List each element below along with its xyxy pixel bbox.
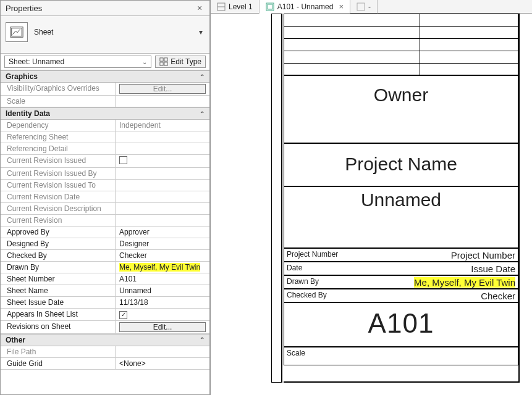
edit-type-button[interactable]: Edit Type	[155, 56, 206, 68]
row-referencing-detail[interactable]: Referencing Detail	[1, 143, 209, 155]
row-file-path[interactable]: File Path	[1, 346, 209, 358]
row-current-revision-description[interactable]: Current Revision Description	[1, 203, 209, 215]
cell-checked-by: Checked By Checker	[284, 289, 518, 302]
property-grid: Graphics⌃ Visibility/Graphics Overrides …	[1, 70, 209, 394]
row-current-revision-issued[interactable]: Current Revision Issued	[1, 155, 209, 168]
drawing-canvas[interactable]: Owner Project Name Unnamed Project Numbe…	[211, 14, 532, 395]
svg-rect-4	[160, 62, 163, 65]
floorplan-icon	[217, 2, 226, 11]
row-guide-grid[interactable]: Guide Grid<None>	[1, 358, 209, 370]
row-visibility-graphics[interactable]: Visibility/Graphics Overrides Edit...	[1, 83, 209, 96]
tab-bar: Level 1 A101 - Unnamed × -	[211, 0, 532, 14]
sheet-name-text: Unnamed	[284, 187, 518, 210]
group-identity[interactable]: Identity Data⌃	[1, 107, 209, 120]
row-current-revision[interactable]: Current Revision	[1, 215, 209, 227]
titleblock-side-strip	[271, 14, 282, 383]
cell-drawn-by: Drawn By Me, Myself, My Evil Twin	[284, 275, 518, 289]
tab-blank[interactable]: -	[350, 0, 378, 14]
instance-selector-row: Sheet: Unnamed ⌄ Edit Type	[1, 54, 209, 70]
row-sheet-name[interactable]: Sheet NameUnnamed	[1, 285, 209, 297]
edit-button[interactable]: Edit...	[119, 84, 206, 94]
view-area: Level 1 A101 - Unnamed × -	[210, 0, 532, 395]
row-appears-in-sheet-list[interactable]: Appears In Sheet List✓	[1, 309, 209, 321]
row-current-revision-issued-by[interactable]: Current Revision Issued By	[1, 168, 209, 180]
instance-selector-text: Sheet: Unnamed	[9, 57, 64, 66]
svg-rect-5	[164, 62, 167, 65]
close-icon[interactable]: ×	[195, 3, 205, 13]
sheet-number-text: A101	[284, 303, 518, 339]
row-dependency[interactable]: DependencyIndependent	[1, 120, 209, 131]
sheet-icon	[6, 22, 28, 42]
panel-header: Properties ×	[1, 1, 209, 16]
group-graphics[interactable]: Graphics⌃	[1, 70, 209, 83]
tab-sheet-a101[interactable]: A101 - Unnamed ×	[260, 0, 350, 14]
collapse-icon: ⌃	[200, 73, 205, 80]
row-drawn-by[interactable]: Drawn ByMe, Myself, My Evil Twin	[1, 262, 209, 273]
close-icon[interactable]: ×	[339, 2, 344, 11]
checkbox[interactable]: ✓	[119, 311, 127, 319]
svg-rect-2	[160, 58, 163, 61]
cell-project-number: Project Number Project Number	[284, 248, 518, 262]
cell-sheet-number: A101	[284, 302, 518, 347]
row-designed-by[interactable]: Designed ByDesigner	[1, 238, 209, 250]
type-name: Sheet	[34, 28, 197, 36]
row-revisions-on-sheet[interactable]: Revisions on SheetEdit...	[1, 321, 209, 334]
group-other[interactable]: Other⌃	[1, 334, 209, 346]
revision-schedule	[284, 14, 518, 75]
collapse-icon: ⌃	[200, 336, 205, 343]
cell-scale: Scale	[284, 347, 518, 365]
drawn-by-value[interactable]: Me, Myself, My Evil Twin	[119, 263, 200, 272]
sheet-icon	[357, 2, 365, 11]
edit-button[interactable]: Edit...	[119, 322, 206, 332]
row-current-revision-date[interactable]: Current Revision Date	[1, 191, 209, 203]
cell-sheet-name: Unnamed	[284, 186, 518, 248]
sheet-icon	[266, 2, 274, 11]
row-sheet-number[interactable]: Sheet NumberA101	[1, 273, 209, 285]
instance-selector[interactable]: Sheet: Unnamed ⌄	[4, 56, 151, 68]
chevron-down-icon: ⌄	[142, 59, 147, 65]
row-checked-by[interactable]: Checked ByChecker	[1, 250, 209, 262]
titleblock: Owner Project Name Unnamed Project Numbe…	[284, 14, 520, 383]
drawn-by-value: Me, Myself, My Evil Twin	[414, 277, 515, 288]
panel-title: Properties	[6, 4, 42, 13]
properties-panel: Properties × Sheet ▾ Sheet: Unnamed ⌄ Ed…	[0, 0, 210, 395]
row-current-revision-issued-to[interactable]: Current Revision Issued To	[1, 180, 209, 191]
tab-level1[interactable]: Level 1	[211, 0, 260, 14]
cell-project-name: Project Name	[284, 143, 518, 186]
type-selector[interactable]: Sheet ▾	[1, 16, 209, 54]
row-referencing-sheet[interactable]: Referencing Sheet	[1, 131, 209, 143]
properties-icon	[159, 57, 168, 66]
svg-rect-9	[268, 4, 272, 9]
row-scale[interactable]: Scale	[1, 96, 209, 107]
edit-type-label: Edit Type	[171, 57, 201, 66]
chevron-down-icon: ▾	[197, 28, 205, 36]
cell-owner: Owner	[284, 75, 518, 143]
cell-date: Date Issue Date	[284, 262, 518, 275]
owner-text: Owner	[284, 76, 518, 106]
svg-rect-3	[164, 58, 167, 61]
svg-rect-10	[357, 3, 365, 10]
project-name-text: Project Name	[284, 144, 518, 175]
row-approved-by[interactable]: Approved ByApprover	[1, 227, 209, 238]
checkbox	[119, 156, 127, 164]
row-sheet-issue-date[interactable]: Sheet Issue Date11/13/18	[1, 297, 209, 309]
collapse-icon: ⌃	[200, 110, 205, 117]
